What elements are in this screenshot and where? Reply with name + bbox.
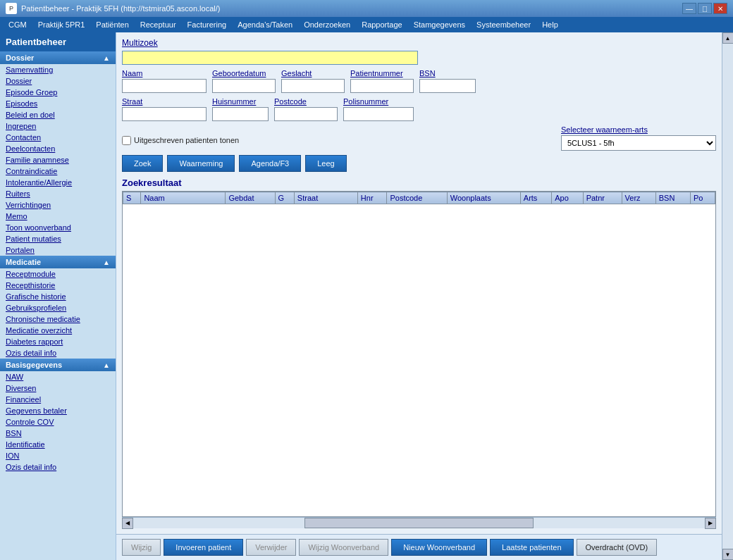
menu-patienten[interactable]: Patiënten: [90, 19, 134, 30]
verwijder-button[interactable]: Verwijder: [246, 539, 296, 556]
multizoek-title[interactable]: Multizoek: [122, 38, 716, 48]
naam-input[interactable]: [122, 79, 207, 93]
laatste-patienten-button[interactable]: Laatste patienten: [490, 539, 573, 556]
sidebar-item-contraindicatie[interactable]: Contraindicatie: [0, 166, 116, 177]
agenda-button[interactable]: Agenda/F3: [239, 155, 301, 172]
sidebar-item-medicatie-overzicht[interactable]: Medicatie overzicht: [0, 325, 116, 336]
patientnummer-input[interactable]: [350, 79, 414, 93]
sidebar-item-controle-cov[interactable]: Controle COV: [0, 416, 116, 428]
sidebar-item-contacten[interactable]: Contacten: [0, 132, 116, 143]
overdracht-button[interactable]: Overdracht (OVD): [577, 539, 658, 556]
straat-input[interactable]: [122, 107, 207, 121]
bsn-input[interactable]: [419, 79, 476, 93]
scroll-left-button[interactable]: ◀: [122, 518, 133, 529]
sidebar-item-episodes[interactable]: Episodes: [0, 98, 116, 109]
col-postcode: Postcode: [387, 192, 447, 204]
sidebar-item-diversen[interactable]: Diversen: [0, 382, 116, 394]
restore-button[interactable]: ⎕: [698, 3, 712, 14]
sidebar-item-ozis-detail-basis[interactable]: Ozis detail info: [0, 461, 116, 473]
menu-stamgegevens[interactable]: Stamgegevens: [408, 19, 471, 30]
col-patnr: Patnr: [583, 192, 622, 204]
sidebar-item-gegevens-betaler[interactable]: Gegevens betaler: [0, 405, 116, 416]
menu-help[interactable]: Help: [536, 19, 564, 30]
postcode-label[interactable]: Postcode: [274, 97, 338, 106]
sidebar-item-beleid-en-doel[interactable]: Beleid en doel: [0, 109, 116, 120]
sidebar-item-receptmodule[interactable]: Receptmodule: [0, 268, 116, 280]
scroll-thumb[interactable]: [304, 518, 533, 528]
geboortedatum-label[interactable]: Geboortedatum: [212, 69, 276, 77]
sidebar-item-ion[interactable]: ION: [0, 450, 116, 461]
sidebar-item-samenvatting[interactable]: Samenvatting: [0, 64, 116, 75]
menu-praktijk[interactable]: Praktijk 5PR1: [32, 19, 91, 30]
result-title: Zoekresultaat: [122, 178, 716, 188]
scroll-vertical-track[interactable]: [722, 44, 733, 549]
sidebar-item-recepthistorie[interactable]: Recepthistorie: [0, 280, 116, 291]
sidebar-item-ozis-detail-medicatie[interactable]: Ozis detail info: [0, 347, 116, 359]
menu-rapportage[interactable]: Rapportage: [356, 19, 408, 30]
sidebar-item-episode-groep[interactable]: Episode Groep: [0, 87, 116, 98]
sidebar-item-diabetes-rapport[interactable]: Diabetes rapport: [0, 336, 116, 347]
nieuw-woonverband-button[interactable]: Nieuw Woonverband: [391, 539, 487, 556]
bsn-label: BSN: [419, 69, 476, 77]
sidebar-item-bsn[interactable]: BSN: [0, 428, 116, 439]
sidebar-item-naw[interactable]: NAW: [0, 371, 116, 382]
wijzig-button[interactable]: Wijzig: [122, 539, 161, 556]
sidebar-item-deelcontacten[interactable]: Deelcontacten: [0, 143, 116, 154]
menu-facturering[interactable]: Facturering: [182, 19, 233, 30]
sidebar-item-ruiters[interactable]: Ruiters: [0, 188, 116, 199]
sidebar-item-portalen[interactable]: Portalen: [0, 244, 116, 256]
sidebar-item-intolerantie[interactable]: Intolerantie/Allergie: [0, 177, 116, 188]
sidebar-item-gebruiksprofielen[interactable]: Gebruiksprofielen: [0, 302, 116, 313]
geslacht-input[interactable]: [281, 79, 345, 93]
sidebar-item-memo[interactable]: Memo: [0, 211, 116, 222]
scroll-up-button[interactable]: ▲: [722, 32, 734, 44]
sidebar-item-ingrepen[interactable]: Ingrepen: [0, 120, 116, 132]
menu-cgm[interactable]: CGM: [3, 19, 32, 30]
sidebar-section-medicatie[interactable]: Medicatie ▲: [0, 256, 116, 268]
form-row-1: Naam Geboortedatum Geslacht Patientnumme…: [122, 69, 716, 93]
sidebar-item-toon-woonverband[interactable]: Toon woonverband: [0, 222, 116, 233]
sidebar-section-basisgegevens[interactable]: Basisgegevens ▲: [0, 359, 116, 371]
menu-agendas[interactable]: Agenda's/Taken: [232, 19, 298, 30]
straat-label[interactable]: Straat: [122, 97, 207, 106]
sidebar-item-verrichtingen[interactable]: Verrichtingen: [0, 199, 116, 211]
scroll-down-button[interactable]: ▼: [722, 549, 734, 560]
field-patientnummer: Patientnummer: [350, 69, 414, 93]
polisnummer-label[interactable]: Polisnummer: [343, 97, 414, 106]
field-huisnummer: Huisnummer: [212, 97, 269, 121]
postcode-input[interactable]: [274, 107, 338, 121]
sidebar-item-financieel[interactable]: Financieel: [0, 394, 116, 405]
waarneem-select[interactable]: 5CLUS1 - 5fh: [561, 135, 716, 151]
sidebar-section-dossier[interactable]: Dossier ▲: [0, 51, 116, 64]
invoeren-button[interactable]: Invoeren patient: [164, 539, 243, 556]
uitgeschreven-checkbox[interactable]: [122, 136, 131, 145]
geboortedatum-input[interactable]: [212, 79, 276, 93]
huisnummer-label[interactable]: Huisnummer: [212, 97, 269, 106]
scroll-track[interactable]: [133, 518, 705, 528]
sidebar-item-chronische-medicatie[interactable]: Chronische medicatie: [0, 313, 116, 325]
scroll-right-button[interactable]: ▶: [705, 518, 716, 529]
minimize-button[interactable]: —: [682, 3, 696, 14]
sidebar-item-familie-anamnese[interactable]: Familie anamnese: [0, 154, 116, 166]
patientnummer-label[interactable]: Patientnummer: [350, 69, 414, 77]
sidebar-item-identificatie[interactable]: Identificatie: [0, 439, 116, 450]
menu-onderzoeken[interactable]: Onderzoeken: [298, 19, 356, 30]
huisnummer-input[interactable]: [212, 107, 269, 121]
polisnummer-input[interactable]: [343, 107, 414, 121]
naam-label[interactable]: Naam: [122, 69, 207, 77]
col-bsn: BSN: [655, 192, 690, 204]
multizoek-input[interactable]: [122, 51, 418, 65]
menu-receptuur[interactable]: Receptuur: [135, 19, 182, 30]
waarneming-button[interactable]: Waarneming: [167, 155, 235, 172]
zoek-button[interactable]: Zoek: [122, 155, 163, 172]
multizoek-section: Multizoek: [122, 38, 716, 65]
close-button[interactable]: ✕: [713, 3, 727, 14]
vertical-scrollbar: ▲ ▼: [722, 32, 733, 560]
sidebar-item-dossier[interactable]: Dossier: [0, 75, 116, 87]
wijzig-woonverband-button[interactable]: Wijzig Woonverband: [299, 539, 388, 556]
geslacht-label[interactable]: Geslacht: [281, 69, 345, 77]
leeg-button[interactable]: Leeg: [305, 155, 346, 172]
sidebar-item-grafische-historie[interactable]: Grafische historie: [0, 291, 116, 302]
menu-systeembeheer[interactable]: Systeembeheer: [471, 19, 536, 30]
sidebar-item-patient-mutaties[interactable]: Patient mutaties: [0, 233, 116, 244]
